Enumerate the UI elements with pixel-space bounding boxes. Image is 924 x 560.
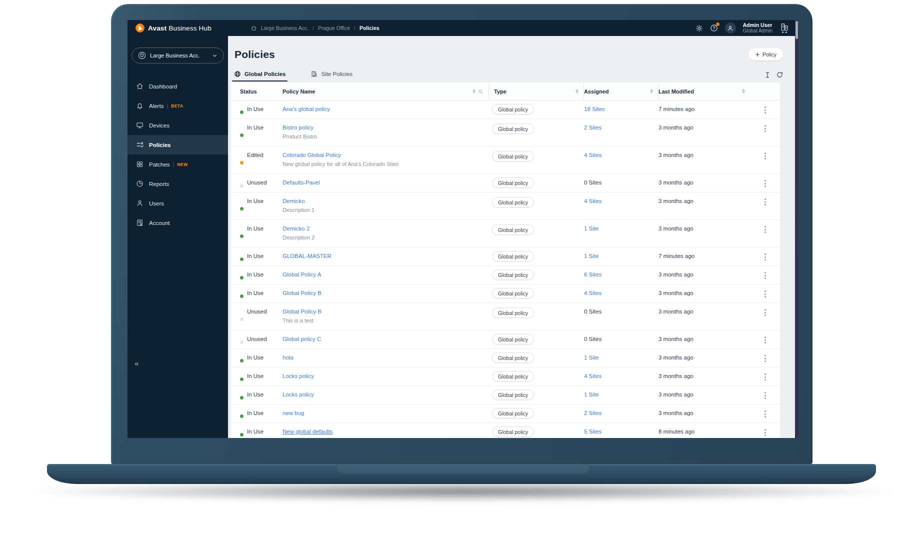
assigned-sites-link[interactable]: 18 Sites (584, 106, 605, 112)
assigned-cell: 0 Sites (584, 330, 658, 348)
row-menu-button[interactable] (760, 124, 770, 132)
breadcrumb-item-site[interactable]: Prague Office (318, 25, 350, 31)
text-cursor-icon[interactable] (764, 72, 771, 78)
sidebar-item-policies[interactable]: Policies (128, 135, 228, 154)
assigned-sites-link[interactable]: 6 Sites (584, 272, 602, 278)
add-policy-button[interactable]: Policy (748, 48, 783, 60)
row-menu-button[interactable] (760, 272, 770, 280)
settings-gear-icon[interactable] (696, 24, 703, 32)
sidebar-item-alerts[interactable]: Alerts | BETA (128, 96, 228, 116)
assigned-sites-link[interactable]: 2 Sites (584, 124, 602, 130)
row-menu-button[interactable] (760, 226, 770, 234)
policy-name-link[interactable]: GLOBAL-MASTER (282, 253, 332, 259)
scrollbar-thumb[interactable] (796, 21, 798, 39)
account-switcher[interactable]: Large Business Acc. (132, 48, 224, 64)
last-modified-cell: 7 minutes ago (658, 248, 750, 266)
help-icon[interactable] (710, 24, 718, 32)
add-policy-label: Policy (762, 52, 776, 58)
sidebar-collapse-button[interactable]: « (134, 359, 138, 368)
breadcrumb-item-account[interactable]: Large Business Acc. (261, 25, 308, 31)
row-menu-button[interactable] (760, 198, 770, 206)
policy-name-link[interactable]: Locks policy (282, 373, 314, 379)
user-menu[interactable]: Admin User Global Admin (743, 22, 772, 34)
row-menu-button[interactable] (760, 336, 770, 344)
policies-icon (136, 141, 144, 148)
policy-name-link[interactable]: Colorado Global Policy (282, 152, 341, 158)
sidebar-item-account[interactable]: Account (128, 213, 228, 232)
policy-name-link[interactable]: Ana's global policy (282, 106, 330, 112)
column-header-type[interactable]: Type (489, 82, 584, 100)
assigned-cell: 6 Sites (584, 266, 658, 284)
policy-name-link[interactable]: New global defaults (282, 428, 332, 434)
home-icon[interactable] (250, 25, 257, 32)
policy-name-link[interactable]: Defaults-Pavel (282, 180, 320, 186)
assigned-sites-link[interactable]: 1 Site (584, 392, 598, 398)
company-switcher-icon[interactable] (780, 22, 790, 34)
row-menu-button[interactable] (760, 180, 770, 188)
last-modified-value: 3 months ago (658, 336, 694, 342)
breadcrumb-separator: / (354, 25, 356, 31)
status-dot (240, 340, 244, 344)
assigned-sites-link[interactable]: 4 Sites (584, 198, 602, 204)
sort-icon[interactable] (742, 89, 745, 94)
assigned-sites-link[interactable]: 1 Site (584, 253, 598, 259)
column-header-policy-name[interactable]: Policy Name (282, 82, 489, 100)
policy-row: UnusedDefaults-PavelGlobal policy0 Sites… (231, 174, 780, 192)
last-modified-cell: 3 months ago (658, 404, 750, 422)
sidebar-item-dashboard[interactable]: Dashboard (128, 76, 228, 96)
row-menu-button[interactable] (760, 410, 770, 418)
policy-name-link[interactable]: Global Policy B (282, 290, 322, 296)
column-header-status[interactable]: Status (231, 82, 282, 100)
row-menu-button[interactable] (760, 253, 770, 261)
policy-name-link[interactable]: Global policy C (282, 336, 321, 342)
assigned-cell: 1 Site (584, 248, 658, 266)
row-menu-button[interactable] (760, 308, 770, 316)
sidebar-item-users[interactable]: Users (128, 194, 228, 213)
assigned-sites-value: 0 Sites (584, 308, 602, 314)
tab-site-policies[interactable]: Site Policies (308, 70, 354, 82)
search-icon[interactable] (478, 88, 484, 94)
policy-name-link[interactable]: hola (282, 354, 294, 360)
sidebar-item-reports[interactable]: Reports (128, 174, 228, 194)
policy-name-link[interactable]: Demicko (282, 198, 305, 204)
assigned-sites-link[interactable]: 5 Sites (584, 428, 602, 434)
row-menu-button[interactable] (760, 152, 770, 160)
row-menu-button[interactable] (760, 428, 770, 436)
row-menu-button[interactable] (760, 392, 770, 400)
assigned-sites-link[interactable]: 2 Sites (584, 410, 602, 416)
user-avatar[interactable] (725, 22, 736, 34)
policy-row: In UseGLOBAL-MASTERGlobal policy1 Site7 … (231, 248, 780, 266)
sidebar-item-devices[interactable]: Devices (128, 116, 228, 135)
policy-row: In UseNew global defaultsGlobal policy5 … (231, 423, 780, 438)
reports-icon (136, 180, 144, 188)
assigned-sites-link[interactable]: 4 Sites (584, 373, 602, 379)
refresh-icon[interactable] (776, 71, 784, 78)
sort-icon[interactable] (576, 89, 578, 94)
assigned-sites-link[interactable]: 4 Sites (584, 152, 602, 158)
sort-icon[interactable] (472, 89, 476, 94)
assigned-sites-link[interactable]: 4 Sites (584, 290, 602, 296)
policy-type-badge: Global policy (492, 390, 534, 400)
assigned-sites-link[interactable]: 1 Site (584, 354, 598, 360)
policy-name-link[interactable]: Bistro policy (282, 124, 314, 130)
policy-name-link[interactable]: Locks policy (282, 392, 314, 398)
row-menu-button[interactable] (760, 290, 770, 298)
assigned-sites-value: 0 Sites (584, 336, 602, 342)
app-scrollbar[interactable] (795, 20, 798, 438)
sort-icon[interactable] (650, 89, 653, 94)
column-header-assigned[interactable]: Assigned (584, 82, 658, 100)
tab-global-policies[interactable]: Global Policies (232, 70, 288, 82)
policy-name-cell: Locks policy (282, 386, 489, 404)
assigned-sites-link[interactable]: 1 Site (584, 226, 598, 232)
column-header-last-modified[interactable]: Last Modified (658, 82, 750, 100)
policy-name-link[interactable]: new bug (282, 410, 304, 416)
row-menu-button[interactable] (760, 106, 770, 114)
policy-name-link[interactable]: Global Policy A (282, 272, 321, 278)
policy-name-link[interactable]: Demicko 2 (282, 226, 310, 232)
policy-name-link[interactable]: Global Policy B (282, 308, 322, 314)
status-cell: In Use (231, 368, 282, 386)
row-menu-button[interactable] (760, 354, 770, 362)
sidebar-item-patches[interactable]: Patches | NEW (128, 154, 228, 174)
row-menu-button[interactable] (760, 373, 770, 381)
policy-row: UnusedGlobal policy CGlobal policy0 Site… (231, 330, 780, 349)
